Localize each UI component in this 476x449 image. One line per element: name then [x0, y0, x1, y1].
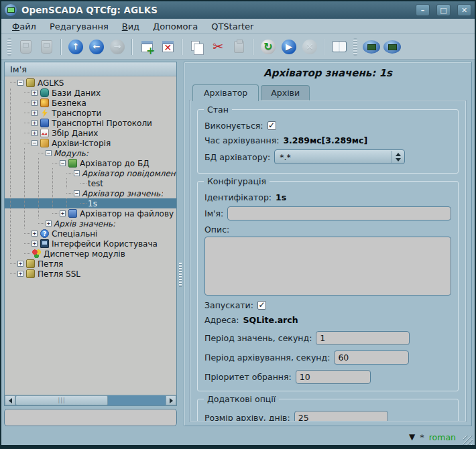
expand-icon[interactable]: +: [32, 241, 38, 247]
minimize-button[interactable]: –: [416, 4, 430, 16]
tree-item[interactable]: +Архів значень:: [5, 218, 176, 229]
station-icon: [26, 269, 35, 278]
to-start-checkbox[interactable]: [257, 301, 266, 310]
tree-item[interactable]: +Архіватор на файлову с: [5, 208, 176, 218]
description-textarea[interactable]: [204, 237, 451, 296]
scroll-left-icon[interactable]: [5, 395, 15, 405]
load-from-db-button: [16, 38, 35, 56]
tree-item[interactable]: +Інтерфейси Користувача: [5, 239, 176, 249]
tray-triangle-icon[interactable]: ▼: [409, 433, 415, 441]
expand-icon[interactable]: +: [32, 110, 38, 116]
expand-icon[interactable]: +: [32, 100, 38, 106]
start-button[interactable]: ▶: [280, 38, 298, 56]
selection-priority-field[interactable]: [296, 370, 371, 384]
config-panel: Архіватор значень: 1s Архіватор Архіви С…: [184, 62, 472, 426]
name-field[interactable]: [227, 206, 451, 220]
add-item-button[interactable]: +: [137, 38, 156, 56]
tree-item[interactable]: −Архіватор значень:: [5, 188, 176, 198]
expand-icon[interactable]: +: [17, 261, 23, 267]
collapse-icon[interactable]: −: [32, 140, 38, 146]
menu-file[interactable]: Файл: [5, 20, 43, 33]
description-label: Опис:: [204, 224, 229, 235]
tree-item[interactable]: −Архіватор до БД: [5, 158, 176, 168]
executing-checkbox[interactable]: [267, 121, 276, 130]
menu-view[interactable]: Вид: [115, 20, 146, 33]
special-icon: [40, 229, 49, 238]
tree-item-label: Транспортні Протоколи: [52, 119, 152, 128]
tree-item[interactable]: +Петля: [5, 259, 176, 269]
scrollbar-track[interactable]: [108, 395, 166, 405]
cut-item-button[interactable]: ✂: [209, 38, 227, 56]
tree-horizontal-scrollbar[interactable]: |||: [5, 395, 176, 405]
tree-item[interactable]: −Модуль:: [5, 148, 176, 158]
menu-qtstarter[interactable]: QTStarter: [204, 20, 260, 33]
expand-icon[interactable]: +: [60, 210, 66, 216]
tab-archiver[interactable]: Архіватор: [192, 84, 259, 101]
spin-up-icon: [396, 153, 401, 156]
tree-item[interactable]: +Петля SSL: [5, 269, 176, 279]
tree-item[interactable]: Диспетчер модулів: [5, 249, 176, 259]
qtcfg-starter-button[interactable]: [362, 38, 381, 56]
menu-help[interactable]: Допомога: [146, 20, 204, 33]
toolbar-grip: [353, 38, 357, 56]
collapse-icon[interactable]: −: [74, 170, 80, 176]
tree-footer-field[interactable]: [4, 409, 177, 426]
ui-icon: [40, 239, 49, 248]
archiving-period-field[interactable]: [334, 350, 409, 365]
modules-icon: [32, 249, 41, 258]
selection-priority-label: Пріоритет обрання:: [204, 372, 292, 382]
archiver-db-combobox[interactable]: *.*: [274, 149, 405, 164]
up-level-button[interactable]: ↑: [66, 38, 85, 56]
delete-item-button[interactable]: ✕: [158, 38, 177, 56]
archive-size-field[interactable]: [294, 411, 388, 422]
paste-icon: [234, 41, 244, 53]
spinner-arrows[interactable]: [392, 151, 404, 163]
collapse-icon[interactable]: −: [74, 190, 80, 196]
tree-item[interactable]: −Архіви-Історія: [5, 138, 176, 148]
tree-item[interactable]: 1s: [5, 198, 176, 208]
collapse-icon[interactable]: −: [60, 160, 66, 166]
qtcfg-icon: [363, 40, 380, 54]
options-group: Додаткові опції Розмір архіву, днів: Фор…: [197, 399, 459, 422]
toolbar-separator: [182, 39, 183, 55]
station-icon: [26, 78, 35, 87]
tree-item-label: Архіватор значень:: [82, 189, 163, 198]
panel-splitter[interactable]: [177, 62, 184, 426]
tree-item[interactable]: +Транспорти: [5, 108, 176, 118]
toolbar-grip: [7, 38, 11, 56]
expand-icon[interactable]: +: [17, 271, 23, 277]
collapse-icon[interactable]: −: [46, 150, 52, 156]
user-modified-mark: *: [420, 432, 424, 442]
menu-edit[interactable]: Редагування: [43, 20, 115, 33]
copy-item-button[interactable]: [188, 38, 206, 56]
tree-item[interactable]: test: [5, 178, 176, 188]
expand-icon[interactable]: +: [46, 220, 52, 227]
resize-grip[interactable]: [463, 436, 473, 445]
collapse-icon[interactable]: −: [17, 80, 23, 86]
tab-bar: Архіватор Архіви: [190, 84, 466, 101]
tree-item-label: Спеціальні: [52, 229, 97, 239]
tab-archives[interactable]: Архіви: [261, 85, 310, 101]
scroll-right-icon[interactable]: [166, 395, 176, 405]
maximize-button[interactable]: □: [436, 4, 451, 16]
tree-item[interactable]: −Архіватор повідомлень.: [5, 168, 176, 178]
manual-button[interactable]: [330, 38, 349, 56]
scrollbar-thumb[interactable]: |||: [15, 395, 108, 405]
tree-item[interactable]: +Бази Даних: [5, 88, 176, 98]
tree-item[interactable]: +Транспортні Протоколи: [5, 118, 176, 128]
tree-item[interactable]: +Збір Даних: [5, 128, 176, 138]
tree-item[interactable]: +Безпека: [5, 98, 176, 108]
expand-icon[interactable]: +: [32, 231, 38, 237]
add-item-icon: +: [141, 41, 153, 52]
tree-item[interactable]: −AGLKS: [5, 78, 176, 88]
values-period-field[interactable]: [316, 331, 410, 345]
close-button[interactable]: ✕: [457, 4, 471, 16]
reload-button[interactable]: ↻: [259, 38, 278, 56]
tree-item[interactable]: +Спеціальні: [5, 229, 176, 239]
qtvision-starter-button[interactable]: [383, 38, 402, 56]
expand-icon[interactable]: +: [32, 120, 38, 126]
page-title: Архіватор значень: 1s: [190, 67, 466, 79]
expand-icon[interactable]: +: [32, 90, 38, 96]
expand-icon[interactable]: +: [32, 130, 38, 136]
back-button[interactable]: ←: [87, 38, 106, 56]
